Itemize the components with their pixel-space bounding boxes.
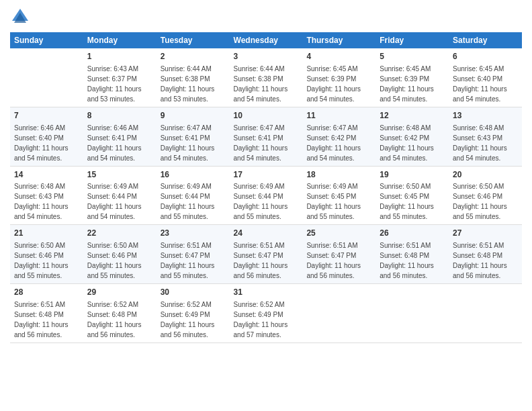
sunrise-text: Sunrise: 6:44 AM bbox=[161, 65, 212, 73]
sunset-text: Sunset: 6:43 PM bbox=[14, 193, 64, 200]
daylight-text: Daylight: 11 hours and 54 minutes. bbox=[306, 85, 361, 103]
sunset-text: Sunset: 6:40 PM bbox=[14, 134, 64, 142]
day-number: 5 bbox=[380, 51, 445, 62]
day-number: 29 bbox=[87, 287, 152, 298]
day-number: 23 bbox=[161, 228, 226, 239]
sunset-text: Sunset: 6:46 PM bbox=[87, 252, 137, 259]
sunset-text: Sunset: 6:44 PM bbox=[234, 193, 283, 200]
sunrise-text: Sunrise: 6:47 AM bbox=[161, 124, 212, 132]
weekday-header-saturday: Saturday bbox=[449, 32, 522, 48]
sunrise-text: Sunrise: 6:47 AM bbox=[234, 124, 285, 132]
calendar-cell: 14Sunrise: 6:48 AMSunset: 6:43 PMDayligh… bbox=[10, 166, 83, 225]
daylight-text: Daylight: 11 hours and 54 minutes. bbox=[234, 85, 288, 103]
weekday-header-tuesday: Tuesday bbox=[157, 32, 230, 48]
daylight-text: Daylight: 11 hours and 53 minutes. bbox=[161, 85, 215, 103]
logo bbox=[10, 7, 33, 27]
sunset-text: Sunset: 6:49 PM bbox=[234, 311, 283, 318]
daylight-text: Daylight: 11 hours and 56 minutes. bbox=[161, 321, 215, 338]
daylight-text: Daylight: 11 hours and 54 minutes. bbox=[87, 144, 142, 162]
daylight-text: Daylight: 11 hours and 55 minutes. bbox=[87, 262, 142, 279]
day-number: 14 bbox=[14, 169, 79, 181]
daylight-text: Daylight: 11 hours and 54 minutes. bbox=[453, 85, 507, 103]
sunset-text: Sunset: 6:37 PM bbox=[87, 75, 137, 83]
day-number: 24 bbox=[234, 228, 299, 239]
day-number: 30 bbox=[161, 287, 226, 298]
sunset-text: Sunset: 6:41 PM bbox=[87, 134, 137, 142]
page: SundayMondayTuesdayWednesdayThursdayFrid… bbox=[0, 0, 532, 411]
daylight-text: Daylight: 11 hours and 55 minutes. bbox=[380, 203, 434, 220]
daylight-text: Daylight: 11 hours and 56 minutes. bbox=[453, 262, 507, 279]
week-row-4: 21Sunrise: 6:50 AMSunset: 6:46 PMDayligh… bbox=[10, 225, 522, 284]
day-number: 8 bbox=[87, 110, 152, 122]
weekday-header-friday: Friday bbox=[375, 32, 449, 48]
daylight-text: Daylight: 11 hours and 56 minutes. bbox=[234, 262, 288, 279]
daylight-text: Daylight: 11 hours and 57 minutes. bbox=[234, 321, 288, 338]
sunrise-text: Sunrise: 6:51 AM bbox=[380, 242, 431, 249]
day-number: 9 bbox=[161, 110, 226, 122]
day-number: 18 bbox=[306, 169, 371, 181]
calendar-cell: 18Sunrise: 6:49 AMSunset: 6:45 PMDayligh… bbox=[302, 166, 375, 225]
calendar-cell bbox=[449, 284, 522, 343]
daylight-text: Daylight: 11 hours and 54 minutes. bbox=[234, 144, 288, 162]
calendar-cell: 23Sunrise: 6:51 AMSunset: 6:47 PMDayligh… bbox=[157, 225, 230, 284]
sunrise-text: Sunrise: 6:50 AM bbox=[87, 242, 138, 249]
sunrise-text: Sunrise: 6:52 AM bbox=[87, 301, 138, 308]
calendar-cell: 17Sunrise: 6:49 AMSunset: 6:44 PMDayligh… bbox=[230, 166, 303, 225]
calendar-cell: 10Sunrise: 6:47 AMSunset: 6:41 PMDayligh… bbox=[230, 107, 303, 166]
daylight-text: Daylight: 11 hours and 56 minutes. bbox=[306, 262, 361, 279]
sunset-text: Sunset: 6:40 PM bbox=[453, 75, 502, 83]
sunrise-text: Sunrise: 6:48 AM bbox=[380, 124, 431, 132]
calendar-cell: 15Sunrise: 6:49 AMSunset: 6:44 PMDayligh… bbox=[83, 166, 157, 225]
day-number: 7 bbox=[14, 110, 79, 122]
calendar-cell: 7Sunrise: 6:46 AMSunset: 6:40 PMDaylight… bbox=[10, 107, 83, 166]
day-number: 13 bbox=[453, 110, 518, 122]
day-number: 3 bbox=[234, 51, 299, 62]
calendar-cell: 24Sunrise: 6:51 AMSunset: 6:47 PMDayligh… bbox=[230, 225, 303, 284]
calendar-cell: 12Sunrise: 6:48 AMSunset: 6:42 PMDayligh… bbox=[375, 107, 449, 166]
sunrise-text: Sunrise: 6:45 AM bbox=[306, 65, 357, 73]
sunset-text: Sunset: 6:47 PM bbox=[306, 252, 356, 259]
sunset-text: Sunset: 6:39 PM bbox=[380, 75, 429, 83]
sunrise-text: Sunrise: 6:45 AM bbox=[380, 65, 431, 73]
day-number: 22 bbox=[87, 228, 152, 239]
calendar-cell: 21Sunrise: 6:50 AMSunset: 6:46 PMDayligh… bbox=[10, 225, 83, 284]
sunrise-text: Sunrise: 6:49 AM bbox=[161, 183, 212, 190]
week-row-1: 1Sunrise: 6:43 AMSunset: 6:37 PMDaylight… bbox=[10, 48, 522, 107]
calendar-cell: 2Sunrise: 6:44 AMSunset: 6:38 PMDaylight… bbox=[157, 48, 230, 107]
sunset-text: Sunset: 6:44 PM bbox=[161, 193, 210, 200]
day-number: 27 bbox=[453, 228, 518, 239]
day-number: 19 bbox=[380, 169, 445, 181]
sunrise-text: Sunrise: 6:49 AM bbox=[306, 183, 357, 190]
daylight-text: Daylight: 11 hours and 55 minutes. bbox=[14, 262, 69, 279]
calendar-cell: 26Sunrise: 6:51 AMSunset: 6:48 PMDayligh… bbox=[375, 225, 449, 284]
calendar-cell: 20Sunrise: 6:50 AMSunset: 6:46 PMDayligh… bbox=[449, 166, 522, 225]
daylight-text: Daylight: 11 hours and 54 minutes. bbox=[14, 203, 69, 220]
sunrise-text: Sunrise: 6:51 AM bbox=[453, 242, 504, 249]
logo-icon bbox=[10, 7, 30, 27]
sunset-text: Sunset: 6:46 PM bbox=[453, 193, 502, 200]
daylight-text: Daylight: 11 hours and 55 minutes. bbox=[234, 203, 288, 220]
calendar-cell: 1Sunrise: 6:43 AMSunset: 6:37 PMDaylight… bbox=[83, 48, 157, 107]
calendar-cell: 30Sunrise: 6:52 AMSunset: 6:49 PMDayligh… bbox=[157, 284, 230, 343]
sunrise-text: Sunrise: 6:50 AM bbox=[380, 183, 431, 190]
day-number: 17 bbox=[234, 169, 299, 181]
sunrise-text: Sunrise: 6:45 AM bbox=[453, 65, 504, 73]
sunrise-text: Sunrise: 6:52 AM bbox=[234, 301, 285, 308]
sunrise-text: Sunrise: 6:49 AM bbox=[87, 183, 138, 190]
day-number: 12 bbox=[380, 110, 445, 122]
day-number: 28 bbox=[14, 287, 79, 298]
weekday-header-sunday: Sunday bbox=[10, 32, 83, 48]
weekday-header-monday: Monday bbox=[83, 32, 157, 48]
sunset-text: Sunset: 6:49 PM bbox=[161, 311, 210, 318]
calendar-cell: 29Sunrise: 6:52 AMSunset: 6:48 PMDayligh… bbox=[83, 284, 157, 343]
week-row-2: 7Sunrise: 6:46 AMSunset: 6:40 PMDaylight… bbox=[10, 107, 522, 166]
daylight-text: Daylight: 11 hours and 55 minutes. bbox=[306, 203, 361, 220]
day-number: 10 bbox=[234, 110, 299, 122]
calendar-cell: 19Sunrise: 6:50 AMSunset: 6:45 PMDayligh… bbox=[375, 166, 449, 225]
sunrise-text: Sunrise: 6:50 AM bbox=[453, 183, 504, 190]
sunrise-text: Sunrise: 6:48 AM bbox=[453, 124, 504, 132]
sunset-text: Sunset: 6:42 PM bbox=[306, 134, 356, 142]
daylight-text: Daylight: 11 hours and 54 minutes. bbox=[306, 144, 361, 162]
daylight-text: Daylight: 11 hours and 54 minutes. bbox=[14, 144, 69, 162]
daylight-text: Daylight: 11 hours and 54 minutes. bbox=[380, 144, 434, 162]
